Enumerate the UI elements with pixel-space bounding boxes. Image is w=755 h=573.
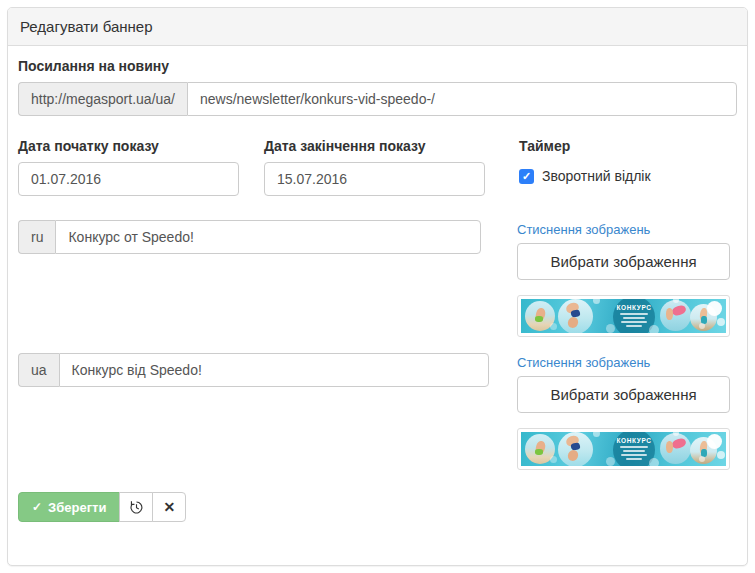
ru-title-col: ru: [18, 220, 481, 254]
end-date-col: Дата закінчення показу: [264, 138, 485, 196]
ru-banner-thumbnail: КОНКУРС: [517, 295, 730, 337]
url-prefix-addon: http://megasport.ua/ua/: [18, 82, 187, 116]
timer-col: Таймер ✓ Зворотний відлік: [519, 138, 651, 184]
banner-photo-circle: [558, 299, 593, 333]
start-date-col: Дата початку показу: [18, 138, 239, 196]
start-date-input[interactable]: [18, 162, 239, 196]
ru-compress-link[interactable]: Стиснення зображень: [517, 222, 650, 237]
save-button[interactable]: ✓ Зберегти: [18, 492, 120, 522]
end-date-input[interactable]: [264, 162, 485, 196]
ua-title-input[interactable]: [59, 353, 489, 387]
checkbox-check-icon: ✓: [522, 170, 531, 182]
dates-timer-row: Дата початку показу Дата закінчення пока…: [18, 138, 737, 196]
banner-headline: КОНКУРС: [613, 304, 655, 311]
banner-photo-circle: [660, 300, 691, 331]
ua-image-col: Стиснення зображень Вибрати зображення К…: [517, 353, 730, 470]
ua-banner-thumbnail: КОНКУРС: [517, 428, 730, 470]
ua-input-group: ua: [18, 353, 489, 387]
news-link-label: Посилання на новину: [18, 58, 737, 74]
action-button-group: ✓ Зберегти ✕: [18, 492, 737, 522]
end-date-label: Дата закінчення показу: [264, 138, 485, 154]
ru-title-input[interactable]: [55, 220, 481, 254]
panel-heading: Редагувати баннер: [8, 8, 747, 46]
news-link-input[interactable]: [187, 82, 737, 116]
countdown-check-row: ✓ Зворотний відлік: [519, 168, 651, 184]
panel-body: Посилання на новину http://megasport.ua/…: [8, 46, 747, 532]
ua-banner-image: КОНКУРС: [521, 432, 726, 466]
close-button[interactable]: ✕: [152, 492, 186, 522]
save-button-label: Зберегти: [48, 500, 106, 515]
edit-banner-panel: Редагувати баннер Посилання на новину ht…: [7, 7, 748, 566]
start-date-label: Дата початку показу: [18, 138, 239, 154]
check-icon: ✓: [32, 500, 42, 514]
banner-photo-circle: [558, 432, 593, 466]
ru-row: ru Стиснення зображень Вибрати зображенн…: [18, 220, 737, 337]
ru-banner-image: КОНКУРС: [521, 299, 726, 333]
ua-title-col: ua: [18, 353, 489, 387]
countdown-checkbox[interactable]: ✓: [519, 169, 534, 184]
ua-lang-addon: ua: [18, 353, 59, 387]
ru-lang-addon: ru: [18, 220, 55, 254]
history-icon: [129, 500, 144, 515]
history-button[interactable]: [119, 492, 153, 522]
ua-choose-image-button[interactable]: Вибрати зображення: [517, 376, 730, 413]
countdown-label: Зворотний відлік: [542, 168, 651, 184]
timer-label: Таймер: [519, 138, 651, 154]
banner-photo-circle: [660, 433, 691, 464]
close-icon: ✕: [164, 499, 176, 515]
news-link-input-group: http://megasport.ua/ua/: [18, 82, 737, 116]
banner-headline: КОНКУРС: [613, 437, 655, 444]
ua-row: ua Стиснення зображень Вибрати зображенн…: [18, 353, 737, 470]
ua-compress-link[interactable]: Стиснення зображень: [517, 355, 650, 370]
page-title: Редагувати баннер: [20, 18, 735, 35]
ru-image-col: Стиснення зображень Вибрати зображення К…: [517, 220, 730, 337]
ru-choose-image-button[interactable]: Вибрати зображення: [517, 243, 730, 280]
ru-input-group: ru: [18, 220, 481, 254]
